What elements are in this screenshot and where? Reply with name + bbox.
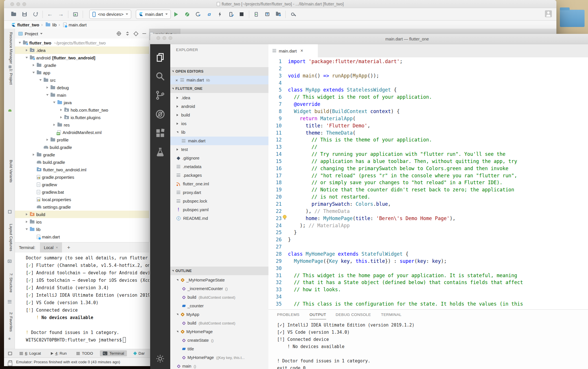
tree-row[interactable]: build.gradle [15, 158, 149, 166]
save-icon[interactable] [21, 11, 28, 18]
hide-panel-icon[interactable] [142, 33, 146, 34]
chevron-collapsed-icon[interactable] [32, 64, 36, 66]
toolwindow-button-logcat[interactable]: 6: Logcat [17, 350, 44, 356]
tree-row[interactable]: build.gradle [15, 143, 149, 151]
run-config-selector[interactable]: main.dart [136, 10, 171, 19]
tree-row[interactable]: AndroidManifest.xml [15, 129, 149, 136]
sync-icon[interactable] [32, 11, 38, 18]
tree-row[interactable]: build [15, 211, 149, 218]
tree-row[interactable]: res [15, 121, 149, 129]
tree-row[interactable]: ios [15, 218, 149, 226]
tree-row[interactable]: java [15, 99, 149, 106]
tree-row[interactable]: flutter_two_android.iml [15, 166, 149, 173]
outline-item-myapp[interactable]: MyApp [170, 310, 268, 319]
tree-row[interactable]: src [15, 76, 149, 84]
chevron-collapsed-icon[interactable] [59, 109, 63, 111]
chevron-collapsed-icon[interactable] [32, 154, 36, 156]
close-icon[interactable]: × [175, 78, 178, 83]
terminal-tab-local[interactable]: Local × [40, 242, 62, 253]
toolwindow-button-run[interactable]: 4: Run [48, 350, 70, 356]
lightbulb-icon[interactable] [283, 215, 287, 219]
tree-row[interactable]: debug [15, 84, 149, 91]
window-controls[interactable] [10, 2, 26, 6]
tree-row[interactable]: gradle.properties [15, 173, 149, 181]
device-play-icon[interactable] [253, 11, 260, 18]
explorer-item-build[interactable]: build [170, 111, 268, 119]
close-icon[interactable]: × [301, 48, 303, 53]
debug-icon[interactable] [155, 109, 165, 119]
outline-item-myhomepagestate[interactable]: _MyHomePageState [170, 276, 268, 284]
tool-window-button[interactable]: 1: Project [4, 69, 15, 73]
chevron-expanded-icon[interactable] [38, 79, 42, 81]
chevron-collapsed-icon[interactable] [59, 116, 63, 119]
chevron-expanded-icon[interactable] [45, 94, 49, 96]
locate-file-icon[interactable] [117, 32, 121, 36]
attach-icon[interactable] [195, 11, 201, 18]
search-icon[interactable] [155, 71, 165, 81]
tab-main-dart[interactable]: main.dart × [268, 44, 318, 57]
chevron-expanded-icon[interactable] [32, 72, 36, 73]
tree-row[interactable]: gradlew.bat [15, 188, 149, 196]
chevron-collapsed-icon[interactable] [25, 49, 29, 51]
explorer-item-flutter-one-iml[interactable]: flutter_one.iml [170, 180, 268, 188]
toolwindow-button-terminal[interactable]: Terminal [100, 350, 127, 356]
toolwindow-toggle-icon[interactable] [9, 360, 12, 364]
open-icon[interactable] [10, 11, 17, 18]
source-control-icon[interactable] [155, 90, 165, 100]
terminal-output[interactable]: Doctor summary (to see all details, run … [15, 253, 149, 349]
breadcrumb-item[interactable]: main.dart [69, 22, 87, 27]
tree-row[interactable]: lib [15, 226, 149, 233]
chevron-down-icon[interactable] [40, 33, 42, 34]
build-variants-icon[interactable] [7, 210, 12, 214]
explorer-item-android[interactable]: android [170, 102, 268, 111]
outline-item-title[interactable]: title [170, 345, 268, 353]
tool-window-button[interactable]: Layout Captures [4, 224, 15, 228]
tree-row[interactable]: flutter_two~/projects/flutter/flutter_tw… [15, 39, 149, 46]
debug-icon[interactable] [184, 11, 190, 18]
tree-row[interactable]: hob.com.flutter_two [15, 106, 149, 114]
search-icon[interactable] [290, 11, 296, 18]
tool-window-button[interactable]: Resource Manager [4, 32, 15, 36]
tree-row[interactable]: gradlew [15, 181, 149, 188]
structure-icon[interactable] [7, 300, 12, 304]
android-icon[interactable] [7, 108, 12, 112]
toolwindow-corner-icon[interactable] [8, 352, 12, 355]
explorer-item-pubspec-lock[interactable]: pubspec.lock [170, 197, 268, 205]
panel-tab-terminal[interactable]: TERMINAL [381, 312, 401, 319]
outline-section[interactable]: OUTLINE [170, 267, 268, 275]
explorer-item-main-dart[interactable]: main.dart [170, 137, 268, 145]
outline-item-build[interactable]: build(BuildContext context) [170, 293, 268, 302]
profiler-icon[interactable] [206, 11, 212, 18]
zoom-window-button[interactable] [22, 2, 26, 6]
tree-row[interactable]: android[flutter_two_android] [15, 54, 149, 61]
tree-row[interactable]: .gradle [15, 61, 149, 69]
back-icon[interactable] [47, 11, 53, 18]
open-editor-main-dart[interactable]: × main.dart lib [170, 76, 268, 84]
tree-row[interactable]: app [15, 69, 149, 76]
files-icon[interactable] [155, 52, 165, 63]
toolwindow-button-todo[interactable]: TODO [74, 350, 96, 356]
close-icon[interactable]: × [56, 245, 58, 250]
tree-row[interactable]: settings.gradle [15, 203, 149, 211]
explorer-item--packages[interactable]: .packages [170, 171, 268, 180]
breadcrumb-item[interactable]: flutter_two [17, 22, 39, 27]
outline-item-myhomepage[interactable]: MyHomePage({Key key, this.t... [170, 353, 268, 362]
project-panel-title[interactable]: Project [25, 31, 38, 36]
code-editor[interactable]: 1import 'package:flutter/material.dart';… [268, 57, 588, 309]
star-icon[interactable]: ★ [7, 336, 12, 341]
outline-item-main[interactable]: main() [170, 362, 268, 369]
chevron-collapsed-icon[interactable] [52, 124, 56, 126]
explorer-item-test[interactable]: test [170, 145, 268, 154]
outline-item-build[interactable]: build(BuildContext context) [170, 319, 268, 327]
explorer-item--gitignore[interactable]: .gitignore [170, 154, 268, 162]
tree-row[interactable]: main [15, 91, 149, 99]
sync-folders-icon[interactable] [275, 11, 281, 18]
tree-row[interactable]: io.flutter.plugins [15, 114, 149, 121]
run-icon[interactable] [173, 11, 179, 18]
forward-icon[interactable] [58, 11, 64, 18]
project-section[interactable]: FLUTTER_ONE [170, 84, 268, 93]
explorer-item--metadata[interactable]: .metadata [170, 162, 268, 171]
chevron-expanded-icon[interactable] [25, 57, 29, 59]
outline-item-createstate[interactable]: createState() [170, 336, 268, 345]
window-controls[interactable] [156, 36, 172, 40]
